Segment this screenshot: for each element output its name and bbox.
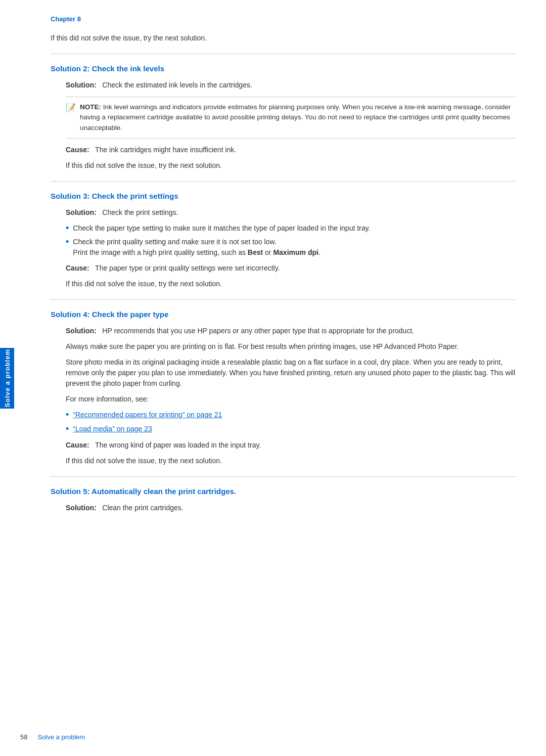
note-icon: 📝	[66, 103, 76, 133]
link-item-1: • “Recommended papers for printing” on p…	[66, 410, 516, 421]
solution-2-content: Check the estimated ink levels in the ca…	[102, 81, 252, 89]
solution-5-body: Solution: Clean the print cartridges.	[66, 503, 516, 513]
bold-best: Best	[248, 248, 263, 256]
bullet-text-1: Check the paper type setting to make sur…	[73, 223, 516, 234]
bullet-dot: •	[66, 223, 69, 234]
solution-2-body: Solution: Check the estimated ink levels…	[66, 80, 516, 171]
solution-4-section: Solution 4: Check the paper type Solutio…	[51, 310, 516, 466]
footer-section-label: Solve a problem	[37, 733, 85, 741]
link-bullet-1: •	[66, 410, 69, 421]
cause-2-label: Cause:	[66, 146, 89, 154]
solution-4-text: Solution: HP recommends that you use HP …	[66, 326, 516, 336]
note-box-solution2: 📝 NOTE: Ink level warnings and indicator…	[66, 97, 516, 139]
sidebar-tab: Solve a problem	[0, 348, 14, 409]
solution-2-cause: Cause: The ink cartridges might have ins…	[66, 145, 516, 155]
solution-4-para2: Store photo media in its original packag…	[66, 357, 516, 389]
solution-4-label: Solution:	[66, 327, 97, 335]
divider-top	[51, 54, 516, 54]
solution-4-outro: If this did not solve the issue, try the…	[66, 456, 516, 466]
bullet-item-2: • Check the print quality setting and ma…	[66, 237, 516, 258]
footer-page-number: 58	[20, 733, 27, 741]
solution-2-section: Solution 2: Check the ink levels Solutio…	[51, 64, 516, 171]
page-footer: 58 Solve a problem	[20, 733, 526, 741]
cause-4-label: Cause:	[66, 441, 89, 449]
solution-2-label: Solution:	[66, 81, 97, 89]
solution-5-content: Clean the print cartridges.	[102, 504, 183, 512]
solution-5-title: Solution 5: Automatically clean the prin…	[51, 487, 516, 496]
bullet-sub-text: Print the image with a high print qualit…	[73, 248, 320, 256]
note-text: Ink level warnings and indicators provid…	[80, 103, 511, 131]
solution-2-title: Solution 2: Check the ink levels	[51, 64, 516, 73]
solution-3-cause: Cause: The paper type or print quality s…	[66, 263, 516, 274]
solution-4-para3: For more information, see:	[66, 394, 516, 405]
cause-2-text: The ink cartridges might have insufficie…	[95, 146, 236, 154]
solution-4-cause: Cause: The wrong kind of paper was loade…	[66, 440, 516, 451]
solution-3-text: Solution: Check the print settings.	[66, 207, 516, 218]
intro-text: If this did not solve the issue, try the…	[51, 33, 516, 43]
link-load-media[interactable]: “Load media” on page 23	[73, 424, 152, 435]
link-recommended-papers[interactable]: “Recommended papers for printing” on pag…	[73, 410, 222, 421]
bold-maxdpi: Maximum dpi	[273, 248, 318, 256]
divider-4	[51, 476, 516, 477]
solution-3-outro: If this did not solve the issue, try the…	[66, 279, 516, 289]
solution-2-outro: If this did not solve the issue, try the…	[66, 160, 516, 171]
solution-4-title: Solution 4: Check the paper type	[51, 310, 516, 319]
divider-3	[51, 299, 516, 300]
bullet-dot-2: •	[66, 237, 69, 258]
cause-4-text: The wrong kind of paper was loaded in th…	[95, 441, 261, 449]
solution-5-text: Solution: Clean the print cartridges.	[66, 503, 516, 513]
solution-3-content: Check the print settings.	[102, 208, 178, 216]
cause-3-label: Cause:	[66, 264, 89, 272]
solution-3-bullets: • Check the paper type setting to make s…	[66, 223, 516, 258]
main-content: Chapter 8 If this did not solve the issu…	[20, 0, 546, 549]
bullet-text-2a: Check the print quality setting and make…	[73, 238, 276, 246]
solution-3-label: Solution:	[66, 208, 97, 216]
divider-2	[51, 181, 516, 182]
note-content-solution2: NOTE: Ink level warnings and indicators …	[80, 102, 516, 133]
solution-4-body: Solution: HP recommends that you use HP …	[66, 326, 516, 466]
solution-5-label: Solution:	[66, 504, 97, 512]
solution-3-section: Solution 3: Check the print settings Sol…	[51, 192, 516, 290]
solution-4-links: • “Recommended papers for printing” on p…	[66, 410, 516, 434]
link-bullet-2: •	[66, 424, 69, 435]
solution-3-title: Solution 3: Check the print settings	[51, 192, 516, 200]
note-label: NOTE:	[80, 103, 101, 111]
cause-3-text: The paper type or print quality settings…	[95, 264, 280, 272]
solution-5-section: Solution 5: Automatically clean the prin…	[51, 487, 516, 513]
solution-4-content: HP recommends that you use HP papers or …	[102, 327, 414, 335]
solution-4-para1: Always make sure the paper you are print…	[66, 341, 516, 352]
link-item-2: • “Load media” on page 23	[66, 424, 516, 435]
solution-3-body: Solution: Check the print settings. • Ch…	[66, 207, 516, 290]
bullet-item: • Check the paper type setting to make s…	[66, 223, 516, 234]
chapter-header: Chapter 8	[51, 15, 516, 23]
solution-2-text: Solution: Check the estimated ink levels…	[66, 80, 516, 91]
sidebar-tab-label: Solve a problem	[4, 349, 11, 407]
bullet-text-2: Check the print quality setting and make…	[73, 237, 516, 258]
